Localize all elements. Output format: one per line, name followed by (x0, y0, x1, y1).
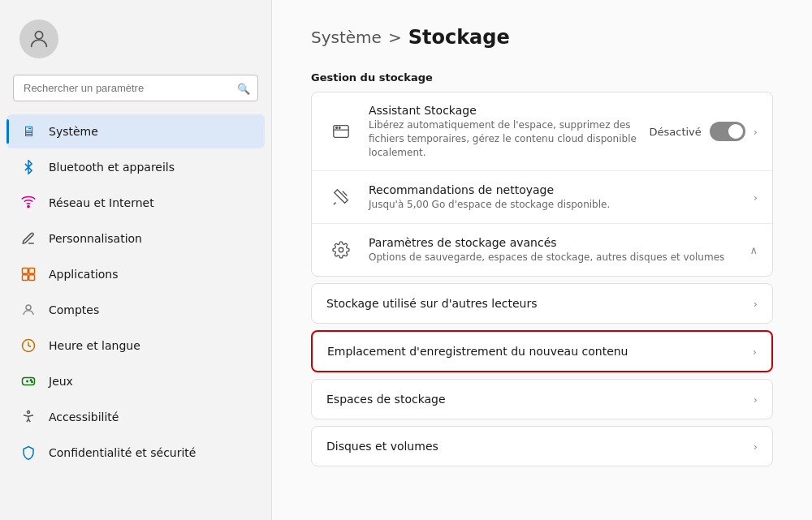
assistant-stockage-controls: Désactivé › (650, 122, 758, 141)
svg-point-9 (30, 380, 32, 381)
svg-point-1 (28, 205, 29, 207)
svg-point-10 (32, 381, 33, 383)
sidebar-item-accessibilite[interactable]: Accessibilité (6, 400, 265, 434)
svg-rect-5 (29, 275, 35, 281)
parametres-avances-controls: ∧ (749, 244, 758, 256)
sidebar-item-comptes[interactable]: Comptes (6, 293, 265, 327)
parametres-avances-content: Paramètres de stockage avancés Options d… (369, 236, 749, 264)
sidebar-item-label: Applications (49, 268, 119, 281)
disques-volumes-item[interactable]: Disques et volumes › (311, 426, 773, 466)
sidebar-item-bluetooth[interactable]: Bluetooth et appareils (6, 150, 265, 184)
chevron-right-icon: › (754, 298, 758, 310)
assistant-stockage-content: Assistant Stockage Libérez automatiqueme… (369, 104, 650, 159)
storage-management-group: Assistant Stockage Libérez automatiqueme… (311, 92, 773, 277)
chevron-right-icon: › (753, 346, 757, 358)
user-icon (28, 28, 50, 50)
recommandations-item[interactable]: Recommandations de nettoyage Jusqu'à 5,0… (312, 171, 772, 224)
svg-point-11 (28, 411, 30, 414)
sidebar-item-label: Jeux (49, 375, 73, 388)
storage-assistant-toggle[interactable] (710, 122, 745, 141)
espaces-stockage-label: Espaces de stockage (326, 393, 754, 406)
storage-assistant-icon (326, 117, 356, 146)
system-icon: 🖥 (19, 122, 37, 140)
assistant-stockage-desc: Libérez automatiquement de l'espace, sup… (369, 118, 650, 159)
network-icon (19, 194, 37, 212)
svg-point-14 (336, 127, 338, 129)
sidebar-item-label: Heure et langue (49, 339, 140, 352)
chevron-right-icon: › (754, 440, 758, 453)
chevron-right-icon: › (754, 126, 758, 138)
svg-point-6 (26, 305, 31, 310)
assistant-stockage-item[interactable]: Assistant Stockage Libérez automatiqueme… (312, 92, 772, 171)
svg-rect-2 (23, 269, 28, 274)
svg-rect-3 (29, 269, 35, 274)
sidebar-item-label: Accessibilité (49, 410, 119, 423)
espaces-stockage-item[interactable]: Espaces de stockage › (311, 379, 773, 419)
parametres-avances-desc: Options de sauvegarde, espaces de stocka… (369, 251, 749, 264)
search-icon: 🔍 (237, 82, 250, 94)
avatar (19, 19, 58, 58)
chevron-right-icon: › (754, 191, 758, 204)
breadcrumb-current: Stockage (408, 26, 510, 49)
sidebar-item-confidentialite[interactable]: Confidentialité et sécurité (6, 436, 265, 470)
chevron-up-icon: ∧ (749, 244, 758, 256)
sidebar-item-label: Comptes (49, 303, 99, 316)
breadcrumb: Système > Stockage (311, 26, 773, 49)
sidebar-item-label: Confidentialité et sécurité (49, 446, 196, 459)
sidebar-item-personnalisation[interactable]: Personnalisation (6, 221, 265, 256)
recommandations-desc: Jusqu'à 5,00 Go d'espace de stockage dis… (369, 198, 754, 212)
gear-icon (326, 235, 356, 264)
search-input[interactable] (13, 75, 258, 101)
apps-icon (19, 265, 37, 283)
sub-items-group: Stockage utilisé sur d'autres lecteurs ›… (311, 283, 773, 466)
svg-rect-4 (23, 275, 28, 281)
accounts-icon (19, 301, 37, 319)
sidebar-item-jeux[interactable]: Jeux (6, 364, 265, 398)
privacy-icon (19, 444, 37, 462)
sidebar-item-reseau[interactable]: Réseau et Internet (6, 186, 265, 220)
main-content: Système > Stockage Gestion du stockage A… (272, 0, 812, 520)
parametres-avances-item[interactable]: Paramètres de stockage avancés Options d… (312, 224, 772, 276)
bluetooth-icon (19, 158, 37, 176)
sidebar: 🔍 🖥 Système Bluetooth et appareils (0, 0, 272, 520)
stockage-autres-lecteurs-label: Stockage utilisé sur d'autres lecteurs (326, 297, 754, 310)
recommandations-content: Recommandations de nettoyage Jusqu'à 5,0… (369, 183, 754, 212)
svg-point-16 (339, 248, 343, 253)
time-icon (19, 337, 37, 355)
sidebar-item-label: Système (49, 125, 98, 138)
sidebar-item-heure[interactable]: Heure et langue (6, 329, 265, 363)
recommandations-controls: › (754, 191, 758, 204)
personalization-icon (19, 230, 37, 247)
svg-point-15 (339, 127, 340, 129)
sidebar-item-applications[interactable]: Applications (6, 257, 265, 291)
breadcrumb-parent: Système (311, 28, 382, 47)
recommandations-title: Recommandations de nettoyage (369, 183, 754, 196)
parametres-avances-title: Paramètres de stockage avancés (369, 236, 749, 249)
assistant-stockage-title: Assistant Stockage (369, 104, 650, 117)
breadcrumb-separator: > (388, 28, 402, 47)
svg-point-0 (35, 32, 42, 39)
accessibility-icon (19, 408, 37, 426)
nav-menu: 🖥 Système Bluetooth et appareils Réseau … (0, 114, 271, 470)
emplacement-enregistrement-item[interactable]: Emplacement d'enregistrement du nouveau … (311, 330, 773, 372)
sidebar-item-label: Bluetooth et appareils (49, 161, 175, 174)
section-title: Gestion du stockage (311, 71, 773, 84)
disques-volumes-label: Disques et volumes (326, 440, 754, 453)
sidebar-item-label: Personnalisation (49, 232, 142, 245)
toggle-label: Désactivé (650, 126, 702, 138)
chevron-right-icon: › (754, 393, 758, 406)
gaming-icon (19, 372, 37, 390)
search-box: 🔍 (13, 75, 258, 101)
sidebar-item-label: Réseau et Internet (49, 196, 154, 209)
stockage-autres-lecteurs-item[interactable]: Stockage utilisé sur d'autres lecteurs › (311, 283, 773, 324)
sidebar-item-systeme[interactable]: 🖥 Système (6, 114, 265, 148)
emplacement-enregistrement-label: Emplacement d'enregistrement du nouveau … (327, 345, 753, 358)
cleaning-icon (326, 183, 356, 212)
